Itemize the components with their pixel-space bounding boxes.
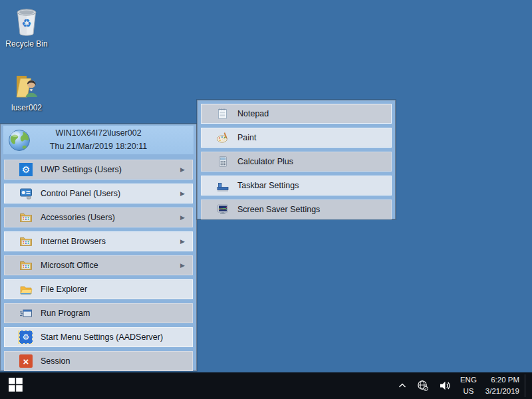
menu-item-label: Paint bbox=[237, 133, 257, 142]
start-menu-header: WIN10X64I72\luser002 Thu 21/Mar/2019 18:… bbox=[3, 126, 194, 154]
user-folder-icon bbox=[1, 70, 52, 102]
language-indicator[interactable]: ENG US bbox=[460, 374, 477, 396]
start-menu-panel: WIN10X64I72\luser002 Thu 21/Mar/2019 18:… bbox=[0, 124, 197, 371]
menu-item-label: Calculator Plus bbox=[237, 157, 293, 166]
paint-icon bbox=[216, 131, 229, 144]
svg-text:♻: ♻ bbox=[21, 17, 31, 30]
calculator-icon bbox=[216, 155, 229, 168]
menu-item-label: File Explorer bbox=[41, 285, 87, 294]
menu-item-label: Run Program bbox=[41, 309, 90, 318]
menu-item-uwp-settings[interactable]: ⚙ UWP Settings (Users) ▶ bbox=[4, 160, 193, 180]
control-panel-icon bbox=[19, 187, 33, 200]
run-icon bbox=[19, 307, 33, 320]
globe-icon bbox=[7, 128, 32, 156]
submenu-item-taskbar-settings[interactable]: Taskbar Settings bbox=[201, 176, 392, 196]
menu-item-microsoft-office[interactable]: Microsoft Office ▶ bbox=[4, 255, 193, 275]
windows-logo-icon bbox=[9, 378, 23, 394]
menu-item-label: Accessories (Users) bbox=[41, 213, 115, 222]
menu-item-label: Control Panel (Users) bbox=[41, 189, 120, 198]
menu-item-control-panel[interactable]: Control Panel (Users) ▶ bbox=[4, 184, 193, 203]
file-explorer-icon bbox=[19, 283, 33, 296]
start-button[interactable] bbox=[0, 372, 31, 399]
menu-item-run-program[interactable]: Run Program bbox=[4, 303, 193, 323]
menu-item-label: Internet Browsers bbox=[41, 237, 106, 246]
clock-date: 3/21/2019 bbox=[485, 386, 519, 397]
menu-item-label: Notepad bbox=[237, 109, 269, 118]
clock-time: 6:20 PM bbox=[485, 374, 519, 386]
menu-item-label: UWP Settings (Users) bbox=[41, 165, 122, 174]
menu-item-start-menu-settings[interactable]: ⚙ Start Menu Settings (AADServer) bbox=[4, 327, 193, 347]
program-folder-icon bbox=[19, 211, 33, 224]
program-folder-icon bbox=[19, 259, 33, 272]
submenu-arrow-icon: ▶ bbox=[180, 262, 185, 269]
menu-item-label: Session bbox=[41, 356, 70, 366]
language-line2: US bbox=[460, 386, 477, 397]
show-hidden-icons-chevron-icon[interactable] bbox=[397, 380, 408, 391]
system-tray: ENG US 6:20 PM 3/21/2019 bbox=[397, 372, 532, 399]
menu-item-label: Microsoft Office bbox=[41, 261, 98, 270]
menu-item-session[interactable]: × Session bbox=[4, 351, 193, 371]
desktop-icon-label: Recycle Bin bbox=[1, 40, 52, 49]
screen-saver-icon bbox=[216, 203, 229, 216]
submenu-arrow-icon: ▶ bbox=[180, 190, 185, 197]
start-menu-settings-icon: ⚙ bbox=[19, 331, 33, 344]
menu-item-accessories[interactable]: Accessories (Users) ▶ bbox=[4, 207, 193, 227]
language-line1: ENG bbox=[460, 374, 477, 386]
session-exit-icon: × bbox=[19, 354, 33, 368]
menu-item-file-explorer[interactable]: File Explorer bbox=[4, 279, 193, 299]
desktop-icon-user-folder[interactable]: luser002 bbox=[1, 70, 52, 112]
submenu-arrow-icon: ▶ bbox=[180, 238, 185, 245]
submenu-item-paint[interactable]: Paint bbox=[201, 128, 392, 148]
submenu-arrow-icon: ▶ bbox=[180, 166, 185, 173]
submenu-item-screen-saver-settings[interactable]: Screen Saver Settings bbox=[201, 200, 392, 219]
taskbar-icon bbox=[216, 179, 229, 192]
menu-item-label: Start Menu Settings (AADServer) bbox=[41, 332, 163, 342]
submenu-panel: Notepad Paint bbox=[197, 100, 396, 219]
menu-item-internet-browsers[interactable]: Internet Browsers ▶ bbox=[4, 231, 193, 251]
notepad-icon bbox=[216, 107, 229, 120]
settings-gear-icon: ⚙ bbox=[19, 163, 33, 176]
submenu-item-notepad[interactable]: Notepad bbox=[201, 104, 392, 124]
clock[interactable]: 6:20 PM 3/21/2019 bbox=[485, 374, 525, 396]
recycle-bin-icon: ♻ bbox=[1, 5, 52, 39]
menu-item-label: Screen Saver Settings bbox=[237, 205, 320, 214]
submenu-arrow-icon: ▶ bbox=[180, 214, 185, 221]
desktop-icon-recycle-bin[interactable]: ♻ Recycle Bin bbox=[1, 5, 52, 49]
network-globe-offline-icon[interactable] bbox=[416, 379, 430, 392]
taskbar: ENG US 6:20 PM 3/21/2019 bbox=[0, 372, 532, 399]
submenu-item-calculator-plus[interactable]: Calculator Plus bbox=[201, 152, 392, 172]
menu-item-label: Taskbar Settings bbox=[237, 181, 299, 190]
speaker-volume-icon[interactable] bbox=[438, 379, 452, 392]
program-folder-icon bbox=[19, 235, 33, 248]
desktop-icon-label: luser002 bbox=[1, 104, 52, 112]
